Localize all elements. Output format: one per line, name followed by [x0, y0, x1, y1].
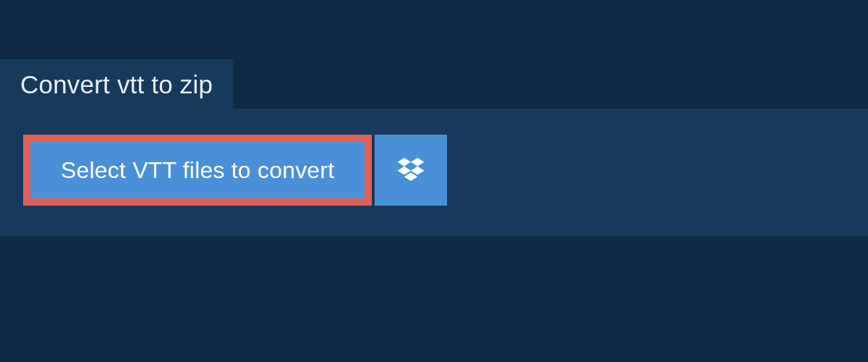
main-panel: Select VTT files to convert	[0, 109, 868, 236]
svg-marker-2	[398, 167, 411, 175]
svg-marker-0	[398, 158, 411, 167]
svg-marker-1	[411, 158, 424, 167]
svg-marker-4	[404, 172, 417, 181]
button-row: Select VTT files to convert	[23, 135, 845, 206]
select-files-button[interactable]: Select VTT files to convert	[23, 135, 372, 206]
dropbox-icon	[396, 155, 426, 185]
svg-marker-3	[411, 167, 424, 175]
tab-strip: Convert vtt to zip	[0, 59, 233, 111]
page-root: Convert vtt to zip Select VTT files to c…	[0, 0, 868, 362]
dropbox-button[interactable]	[375, 135, 447, 206]
select-files-label: Select VTT files to convert	[61, 156, 334, 184]
tab-convert-vtt-to-zip[interactable]: Convert vtt to zip	[0, 59, 233, 111]
